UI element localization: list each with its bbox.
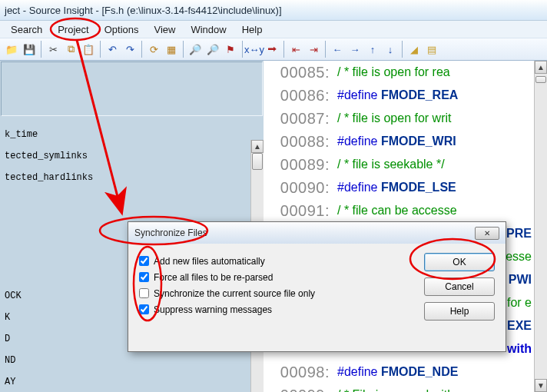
save-icon[interactable]: 💾 [21,41,38,58]
list-item[interactable]: k_time [5,129,38,140]
left-end-icon[interactable]: ⇤ [287,41,304,58]
compare-icon[interactable]: x↔y [246,41,263,58]
code-text: / * file is open for writ [337,111,452,125]
add-new-files-checkbox[interactable] [139,256,149,266]
paste-icon[interactable]: 📋 [80,41,97,58]
up-icon[interactable]: ↑ [364,41,381,58]
code-line: 00091:/ * file can be accesse [264,199,547,222]
code-line: 00085:/ * file is open for rea [264,61,547,84]
scroll-up-icon[interactable]: ▲ [251,140,264,153]
menu-help[interactable]: Help [234,22,270,37]
dialog-close-button[interactable]: ✕ [475,227,499,240]
find-next-icon[interactable]: 🔎 [204,41,221,58]
checkbox-label: Force all files to be re-parsed [154,272,273,283]
code-line: 00098:#define FMODE_NDE [264,360,547,384]
window-titlebar: ject - Source Insight - [Fs.h (e:\linux-… [0,0,547,21]
code-text: for e [507,296,532,310]
folder-icon[interactable]: 📁 [3,41,20,58]
suppress-warnings-checkbox[interactable] [139,304,149,314]
separator [100,41,101,58]
list-item[interactable]: AY [5,377,15,387]
line-number: 00089: [264,156,337,174]
code-line: 00088:#define FMODE_WRI [264,130,547,153]
editor-scrollbar[interactable]: ▲ ▼ [534,61,547,392]
code-text: #define FMODE_LSE [337,181,456,194]
code-text: / * file can be accesse [337,204,457,218]
cancel-button[interactable]: Cancel [424,277,495,296]
force-reparse-checkbox[interactable] [139,272,149,282]
copy-icon[interactable]: ⧉ [62,41,79,58]
cut-icon[interactable]: ✂ [45,41,61,58]
separator [183,41,184,58]
code-text: / * file is seekable */ [337,158,445,171]
menu-view[interactable]: View [146,22,183,37]
menu-search[interactable]: Search [3,22,50,37]
dialog-titlebar[interactable]: Synchronize Files ✕ [128,222,506,244]
right-end-icon[interactable]: ⇥ [305,41,322,58]
list-item[interactable]: ND [5,355,15,366]
code-text: esse [506,250,532,264]
undo-icon[interactable]: ↶ [104,41,121,58]
code-line: 00099:/ * File is opened with [264,384,547,392]
code-line: 00086:#define FMODE_REA [264,84,547,107]
help-button[interactable]: Help [424,302,495,321]
code-text: #define FMODE_REA [337,88,458,102]
menubar: Search Project Options View Window Help [0,21,547,38]
title-text: ject - Source Insight - [Fs.h (e:\linux-… [5,5,282,16]
line-number: 00087: [264,110,337,128]
separator [141,41,142,58]
go-icon[interactable]: ⮕ [264,41,280,58]
code-text: EXE [507,319,532,333]
list-item[interactable]: K [5,312,10,323]
menu-window[interactable]: Window [183,22,234,37]
checkbox-label: Add new files automatically [154,256,265,267]
code-text: / * file is open for rea [337,65,450,79]
refresh-icon[interactable]: ⟳ [145,41,162,58]
separator [41,41,41,58]
filter-icon[interactable]: ▤ [423,41,440,58]
checkbox-label: Synchronize the current source file only [154,288,315,299]
redo-icon[interactable]: ↷ [121,41,138,58]
separator [283,41,284,58]
scroll-thumb[interactable] [252,153,263,170]
find-icon[interactable]: 🔎 [187,41,204,58]
bookmark-icon[interactable]: ⚑ [222,41,239,58]
list-item[interactable]: tected_symlinks [5,151,88,161]
scroll-up-icon[interactable]: ▲ [535,61,547,74]
code-line: 00087:/ * file is open for writ [264,107,547,130]
code-text: / * File is opened with [337,388,454,392]
synchronize-dialog: Synchronize Files ✕ Add new files automa… [128,221,506,352]
down-icon[interactable]: ↓ [382,41,399,58]
code-text: with [507,342,532,356]
code-text: PRE [506,227,532,241]
menu-options[interactable]: Options [97,22,147,37]
toolbar: 📁 💾 ✂ ⧉ 📋 ↶ ↷ ⟳ ▦ 🔎 🔎 ⚑ x↔y ⮕ ⇤ ⇥ ← → ↑ … [0,38,547,61]
code-line: 00089:/ * file is seekable */ [264,153,547,176]
list-item[interactable]: tected_hardlinks [5,172,93,183]
code-text: PWI [509,273,532,287]
line-number: 00099: [264,387,337,393]
sync-current-only-checkbox[interactable] [139,288,149,298]
list-item[interactable]: D [5,334,10,344]
checkbox-label: Suppress warning messages [154,304,272,315]
code-icon[interactable]: ▦ [163,41,180,58]
line-number: 00098: [264,364,337,381]
line-number: 00091: [264,202,337,220]
back-icon[interactable]: ← [329,41,346,58]
separator [242,41,243,58]
ok-button[interactable]: OK [424,253,495,271]
separator [402,41,403,58]
line-number: 00090: [264,179,337,197]
code-text: #define FMODE_NDE [337,365,458,379]
forward-icon[interactable]: → [346,41,363,58]
separator [325,41,326,58]
highlight-icon[interactable]: ◢ [406,41,423,58]
scroll-thumb[interactable] [535,76,546,83]
symbol-filter-box[interactable] [1,61,263,116]
scroll-down-icon[interactable]: ▼ [535,379,547,392]
line-number: 00085: [264,64,337,81]
menu-project[interactable]: Project [50,22,96,37]
dialog-options: Add new files automatically Force all fi… [139,251,410,321]
dialog-title-text: Synchronize Files [134,228,207,238]
list-item[interactable]: OCK [5,291,22,301]
